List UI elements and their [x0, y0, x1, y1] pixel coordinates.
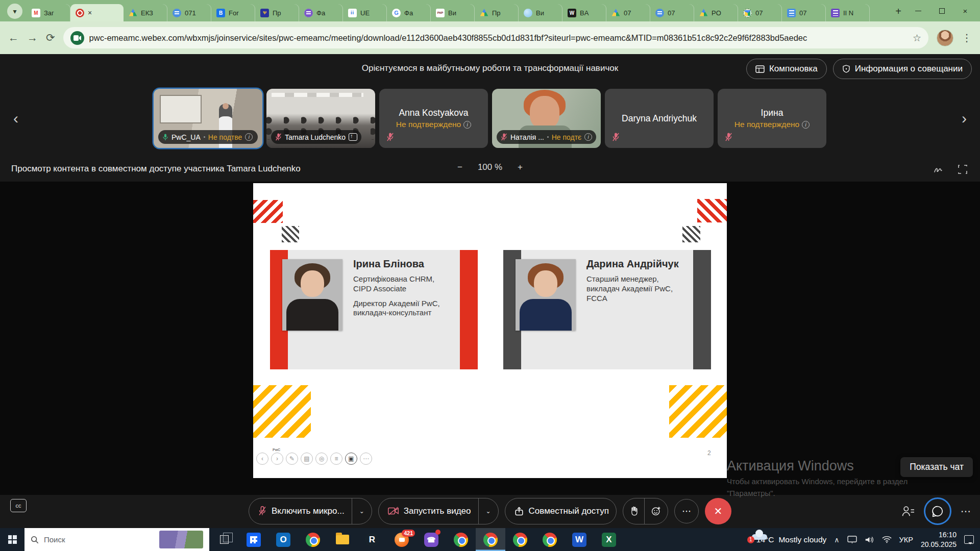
participant-tile-tamara[interactable]: Tamara Ludchenko	[266, 89, 375, 148]
reload-icon[interactable]: ⟳	[46, 32, 55, 44]
bookmark-star-icon[interactable]: ☆	[913, 32, 921, 44]
weather-widget[interactable]: 1 14°C Mostly cloudy	[752, 535, 827, 544]
browser-tab[interactable]: II N	[826, 4, 870, 21]
browser-tab[interactable]: MЗаг	[27, 4, 70, 21]
browser-tab[interactable]: ×	[70, 4, 124, 21]
participants-icon[interactable]	[901, 505, 915, 517]
camera-tool-icon[interactable]: ▣	[345, 453, 357, 465]
minimize-button[interactable]	[906, 0, 930, 21]
cast-icon[interactable]	[847, 536, 857, 543]
status-info-icon[interactable]: i	[802, 121, 810, 129]
search-highlight-image[interactable]	[159, 531, 203, 548]
annotate-icon[interactable]	[933, 164, 943, 174]
tab-close-icon[interactable]: ×	[88, 9, 92, 17]
forward-icon[interactable]: →	[27, 32, 38, 44]
browser-tab[interactable]: Ви	[519, 4, 562, 21]
more-tools-icon[interactable]: ⋯	[360, 453, 372, 465]
browser-tab[interactable]: ЕКЗ	[124, 4, 167, 21]
start-video-button[interactable]: Запустить видео ⌄	[378, 498, 499, 524]
taskbar-app-excel[interactable]: X	[594, 528, 624, 551]
participant-tile-iryna[interactable]: Ірина Не подтвержденоi	[718, 89, 826, 148]
browser-tab[interactable]: 07	[738, 4, 782, 21]
start-button[interactable]	[0, 528, 24, 551]
unmute-mic-button[interactable]: Включить микро... ⌄	[249, 498, 372, 524]
mic-options-chevron-icon[interactable]: ⌄	[352, 498, 372, 524]
browser-tab[interactable]: 071	[167, 4, 211, 21]
raise-hand-button[interactable]	[623, 506, 644, 516]
address-bar[interactable]: pwc-emeamc.webex.com/wbxmjs/joinservice/…	[63, 27, 928, 48]
browser-tab[interactable]: 07	[650, 4, 694, 21]
taskbar-app-viber[interactable]: ☎	[416, 528, 446, 551]
taskbar-app-webex[interactable]: 421	[387, 528, 416, 551]
leave-meeting-button[interactable]: ✕	[705, 498, 731, 524]
browser-tab[interactable]: WBA	[562, 4, 606, 21]
taskbar-app-chrome[interactable]	[476, 528, 505, 551]
magnifier-icon[interactable]: ◎	[315, 453, 328, 465]
maximize-button[interactable]	[930, 0, 953, 21]
chat-panel-button[interactable]	[924, 497, 951, 525]
taskbar-app-chrome[interactable]	[298, 528, 328, 551]
browser-tab[interactable]: iiUE	[343, 4, 387, 21]
more-panels-icon[interactable]: ⋯	[961, 505, 971, 517]
previous-slide-icon[interactable]: ‹	[256, 453, 268, 465]
taskbar-app-taskview[interactable]	[209, 528, 239, 551]
browser-tab[interactable]: 07	[782, 4, 826, 21]
url-text[interactable]: pwc-emeamc.webex.com/wbxmjs/joinservice/…	[89, 33, 908, 43]
browser-tab[interactable]: РКРВи	[431, 4, 475, 21]
browser-tab[interactable]: BFor	[211, 4, 255, 21]
hidden-icons-chevron-icon[interactable]: ∧	[834, 536, 839, 544]
fullscreen-icon[interactable]	[958, 164, 968, 174]
taskbar-app-r-app[interactable]: R	[357, 528, 387, 551]
taskbar-app-appgrid[interactable]	[239, 528, 268, 551]
filmstrip-next-icon[interactable]: ›	[955, 110, 973, 127]
browser-tab[interactable]: 07	[606, 4, 650, 21]
meeting-info-button[interactable]: Информация о совещании	[833, 59, 972, 79]
participant-tile-anna[interactable]: Anna Kostyakova Не подтвержденоi	[379, 89, 488, 148]
status-info-icon[interactable]: i	[463, 121, 471, 129]
layout-button[interactable]: Компоновка	[746, 59, 827, 79]
unverified-status: Не подтверждено	[734, 120, 799, 129]
taskbar-app-outlook[interactable]: O	[268, 528, 298, 551]
pen-tool-icon[interactable]: ✎	[286, 453, 298, 465]
browser-tab[interactable]: ѰПр	[255, 4, 299, 21]
browser-tab[interactable]: Пр	[475, 4, 519, 21]
taskbar-app-chrome[interactable]	[535, 528, 565, 551]
reactions-button[interactable]	[644, 498, 668, 524]
taskbar-app-folder[interactable]	[328, 528, 357, 551]
browser-menu-icon[interactable]: ⋮	[962, 32, 972, 44]
taskbar-app-chrome[interactable]	[446, 528, 476, 551]
tab-camera-indicator-icon[interactable]	[70, 31, 84, 45]
decor-dark-hatch	[682, 226, 700, 242]
participant-tile-pwc-ua[interactable]: PwC_UA Не подтве i	[154, 89, 262, 148]
video-options-chevron-icon[interactable]: ⌄	[478, 498, 498, 524]
zoom-in-button[interactable]: +	[518, 162, 523, 172]
new-tab-button[interactable]: +	[895, 6, 901, 17]
status-info-icon[interactable]: i	[245, 133, 253, 141]
taskbar-search-box[interactable]: Поиск	[24, 528, 209, 551]
browser-tab[interactable]: PO	[694, 4, 738, 21]
notes-icon[interactable]: ≡	[330, 453, 342, 465]
excel-icon: X	[602, 533, 616, 547]
filmstrip-prev-icon[interactable]: ‹	[7, 110, 24, 127]
action-center-icon[interactable]	[964, 535, 974, 544]
close-button[interactable]: ×	[953, 0, 977, 21]
zoom-out-button[interactable]: −	[457, 162, 462, 172]
participant-tile-natalia[interactable]: Наталія ... Не подтє i	[492, 89, 601, 148]
wifi-icon[interactable]	[882, 536, 892, 543]
tab-search-chevron-icon[interactable]: ▾	[7, 4, 22, 19]
more-options-button[interactable]: ⋯	[674, 499, 699, 523]
participant-tile-daryna[interactable]: Daryna Andriychuk	[605, 89, 714, 148]
browser-tab[interactable]: GФа	[387, 4, 431, 21]
profile-avatar[interactable]	[937, 30, 953, 46]
slide-panel-icon[interactable]: ▤	[301, 453, 313, 465]
browser-tab[interactable]: Фа	[299, 4, 343, 21]
decor-yellow-hatch	[253, 385, 311, 438]
language-indicator[interactable]: УКР	[899, 536, 913, 544]
back-icon[interactable]: ←	[8, 32, 19, 44]
speaker-icon[interactable]	[865, 536, 874, 544]
share-content-button[interactable]: Совместный доступ	[505, 498, 617, 524]
taskbar-app-word[interactable]: W	[565, 528, 594, 551]
taskbar-app-chrome[interactable]	[505, 528, 535, 551]
status-info-icon[interactable]: i	[584, 133, 592, 141]
clock[interactable]: 16:10 20.05.2025	[921, 530, 957, 548]
